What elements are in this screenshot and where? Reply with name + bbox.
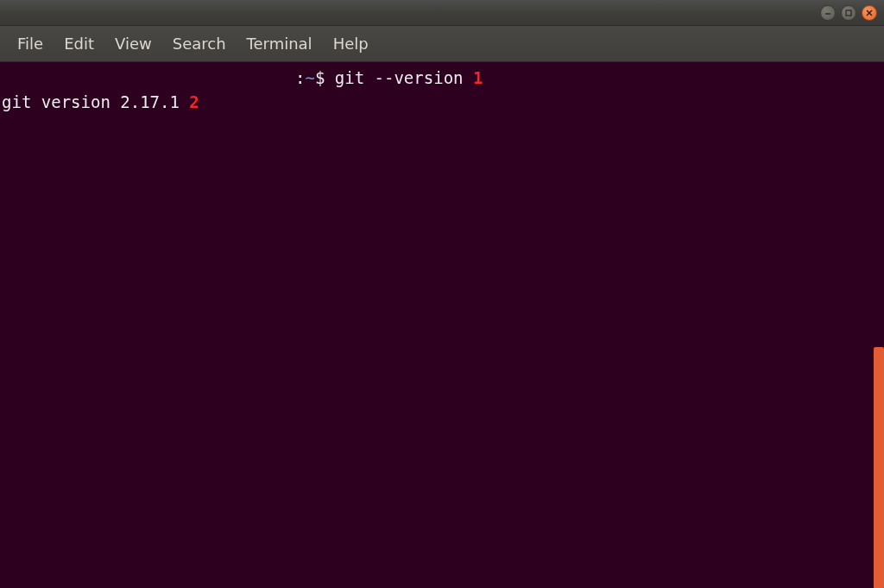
menu-terminal[interactable]: Terminal	[237, 31, 323, 56]
menu-view[interactable]: View	[104, 31, 162, 56]
annotation-1: 1	[464, 68, 483, 87]
menubar: File Edit View Search Terminal Help	[0, 26, 884, 62]
menu-edit[interactable]: Edit	[54, 31, 104, 56]
scrollbar[interactable]	[874, 347, 884, 588]
menu-search[interactable]: Search	[162, 31, 237, 56]
menu-file[interactable]: File	[7, 31, 54, 56]
close-icon	[865, 9, 874, 17]
terminal-body[interactable]: :~$ git --version 1git version 2.17.1 2	[0, 62, 884, 588]
terminal-prompt-line: :~$ git --version 1	[2, 66, 882, 90]
minimize-button[interactable]	[820, 5, 836, 21]
maximize-icon	[844, 9, 853, 17]
annotation-2: 2	[180, 92, 199, 111]
output-text: git version 2.17.1	[2, 92, 180, 111]
prompt-colon: :	[295, 68, 305, 87]
terminal-window: File Edit View Search Terminal Help :~$ …	[0, 0, 884, 588]
close-button[interactable]	[862, 5, 877, 21]
terminal-output-line: git version 2.17.1 2	[2, 90, 882, 114]
minimize-icon	[824, 9, 832, 17]
menu-help[interactable]: Help	[323, 31, 379, 56]
command-text: git --version	[335, 68, 464, 87]
titlebar	[0, 0, 884, 26]
prompt-tilde: ~	[305, 68, 314, 87]
prompt-dollar: $	[315, 68, 335, 87]
svg-rect-1	[846, 10, 851, 16]
maximize-button[interactable]	[841, 5, 856, 21]
